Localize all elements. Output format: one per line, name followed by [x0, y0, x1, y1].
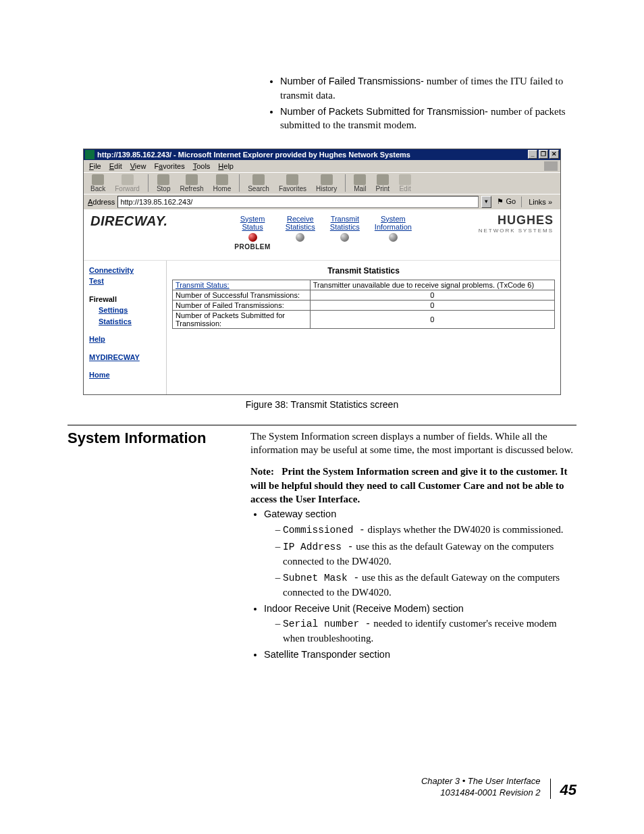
sub-subnet-mask: Subnet Mask - use this as the default Ga…: [283, 571, 576, 599]
sub-ip-address: IP Address - use this as the default Gat…: [283, 540, 576, 568]
bullet-failed: Number of Failed Transmissions- number o…: [280, 74, 576, 102]
toolbar-sep-3: [345, 174, 346, 192]
go-button[interactable]: ⚑ Go: [494, 197, 518, 206]
sidebar-help[interactable]: Help: [89, 334, 162, 345]
status-gray-icon-2: [340, 233, 349, 242]
section-intro: The System Information screen displays a…: [250, 429, 576, 457]
pane-title: Transmit Statistics: [172, 266, 555, 276]
search-icon: [252, 174, 265, 185]
mail-icon: [354, 174, 366, 185]
toolbar: Back Forward Stop Refresh Home Search Fa…: [84, 172, 560, 194]
home-button[interactable]: Home: [211, 174, 234, 192]
nav-system-info[interactable]: System Information: [375, 215, 412, 251]
table-row: Number of Failed Transmissions: 0: [173, 300, 555, 310]
print-button[interactable]: Print: [373, 174, 392, 192]
row-label: Number of Successful Transmissions:: [173, 290, 311, 300]
stop-button[interactable]: Stop: [154, 174, 173, 192]
stats-table: Transmit Status: Transmitter unavailable…: [172, 280, 555, 329]
screenshot-figure: http://139.85.162.243/ - Microsoft Inter…: [83, 149, 561, 395]
favorites-icon: [286, 174, 298, 185]
footer-docnum: 1031484-0001 Revision 2: [421, 787, 541, 799]
home-icon: [216, 174, 228, 185]
menu-favorites[interactable]: Favorites: [154, 162, 184, 170]
sub-commissioned: Commissioned - displays whether the DW40…: [283, 523, 576, 538]
toolbar-sep: [148, 174, 149, 192]
mail-button[interactable]: Mail: [351, 174, 369, 192]
nav-transmit-stats[interactable]: Transmit Statistics: [330, 215, 360, 251]
nav-receive-stats[interactable]: Receive Statistics: [286, 215, 315, 251]
sidebar-statistics[interactable]: Statistics: [99, 316, 162, 328]
status-gray-icon-3: [389, 233, 398, 242]
bullet-packets: Number of Packets Submitted for Transmis…: [280, 105, 576, 132]
address-bar: Address http://139.85.162.243/ ▾ ⚑ Go Li…: [84, 194, 560, 209]
section-heading: System Information: [68, 429, 219, 447]
sidebar: ConnectivityTest Firewall Settings Stati…: [84, 261, 166, 394]
bullet-failed-term: Number of Failed Transmissions-: [280, 76, 427, 86]
stop-icon: [157, 174, 169, 185]
forward-icon: [122, 174, 134, 185]
status-gray-icon: [296, 233, 304, 242]
row-value: 0: [310, 310, 554, 328]
history-icon: [321, 174, 333, 185]
window-titlebar: http://139.85.162.243/ - Microsoft Inter…: [84, 149, 560, 160]
page-footer: Chapter 3 • The User Interface 1031484-0…: [68, 776, 576, 799]
sidebar-settings[interactable]: Settings: [99, 305, 162, 316]
bullet-packets-term: Number of Packets Submitted for Transmis…: [280, 106, 491, 117]
address-input[interactable]: http://139.85.162.243/: [117, 196, 479, 208]
address-label: Address: [88, 198, 115, 206]
problem-label: PROBLEM: [234, 243, 271, 251]
table-row: Number of Successful Transmissions: 0: [173, 290, 555, 300]
toolbar-sep-2: [239, 174, 240, 192]
edit-button[interactable]: Edit: [396, 174, 414, 192]
menu-bar: File Edit View Favorites Tools Help: [84, 160, 560, 172]
sidebar-connectivity[interactable]: ConnectivityTest: [89, 265, 162, 287]
row-label: Number of Failed Transmissions:: [173, 300, 311, 310]
footer-divider: [550, 779, 551, 799]
bullet-gateway: Gateway section Commissioned - displays …: [264, 507, 576, 599]
section-rule: [68, 425, 576, 425]
minimize-button[interactable]: _: [528, 150, 537, 159]
sub-serial-number: Serial number - needed to identify custo…: [283, 617, 576, 645]
sidebar-mydirecway[interactable]: MYDIRECWAY: [89, 352, 162, 363]
close-button[interactable]: ✕: [549, 150, 559, 159]
forward-button[interactable]: Forward: [112, 174, 142, 192]
sidebar-home[interactable]: Home: [89, 369, 162, 381]
row-value: 0: [310, 290, 554, 300]
table-row: Transmit Status: Transmitter unavailable…: [173, 280, 555, 290]
history-button[interactable]: History: [313, 174, 340, 192]
direcway-logo: DIRECWAY.: [90, 213, 168, 229]
hughes-logo: HUGHES NETWORK SYSTEMS: [479, 213, 554, 234]
brand-icon: [544, 161, 558, 171]
footer-chapter: Chapter 3 • The User Interface: [421, 776, 541, 787]
row-label: Number of Packets Submitted for Transmis…: [173, 310, 311, 328]
maximize-button[interactable]: ❐: [539, 150, 548, 159]
sidebar-firewall: Firewall: [89, 294, 162, 305]
address-dropdown-icon[interactable]: ▾: [481, 196, 491, 208]
menu-tools[interactable]: Tools: [193, 162, 211, 170]
menu-file[interactable]: File: [89, 162, 101, 170]
bullet-satellite: Satellite Transponder section: [264, 648, 576, 662]
back-icon: [92, 174, 104, 185]
search-button[interactable]: Search: [245, 174, 272, 192]
ie-icon: [85, 150, 95, 159]
menu-help[interactable]: Help: [218, 162, 234, 170]
links-button[interactable]: Links »: [525, 198, 556, 206]
page-number: 45: [560, 781, 576, 799]
refresh-button[interactable]: Refresh: [178, 174, 207, 192]
refresh-icon: [186, 174, 198, 185]
section-note: Note: Print the System Information scree…: [250, 465, 576, 506]
row-value: 0: [310, 300, 554, 310]
status-red-icon: [248, 233, 257, 242]
figure-caption: Figure 38: Transmit Statistics screen: [68, 399, 576, 410]
nav-system-status[interactable]: System Status PROBLEM: [234, 215, 271, 251]
menu-edit[interactable]: Edit: [109, 162, 122, 170]
bullet-indoor-receive: Indoor Receive Unit (Receive Modem) sect…: [264, 602, 576, 645]
window-title: http://139.85.162.243/ - Microsoft Inter…: [97, 151, 528, 159]
back-button[interactable]: Back: [88, 174, 108, 192]
transmit-status-value: Transmitter unavailable due to receive s…: [310, 280, 554, 290]
edit-icon: [399, 174, 411, 185]
transmit-status-link[interactable]: Transmit Status:: [176, 281, 230, 289]
favorites-button[interactable]: Favorites: [276, 174, 309, 192]
table-row: Number of Packets Submitted for Transmis…: [173, 310, 555, 328]
menu-view[interactable]: View: [130, 162, 146, 170]
